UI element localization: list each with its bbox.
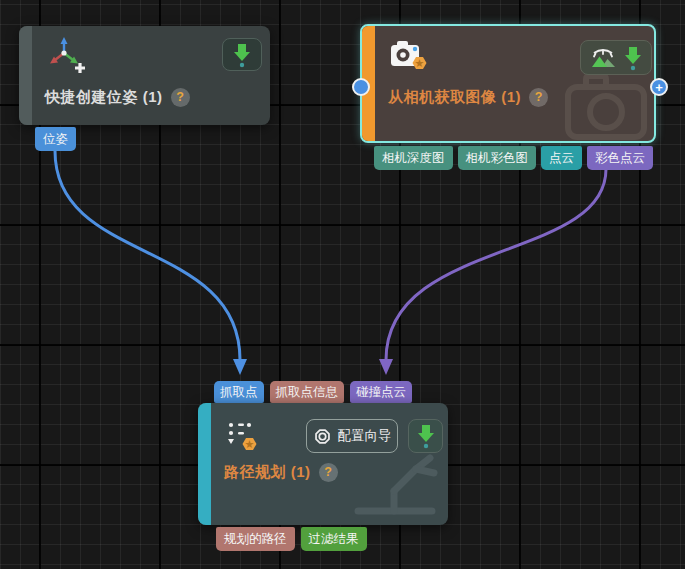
output-port-colored-point-cloud[interactable]: 彩色点云	[587, 146, 653, 170]
download-arrow-icon	[624, 45, 642, 71]
output-port-point-cloud[interactable]: 点云	[541, 146, 582, 170]
run-step-button[interactable]	[408, 419, 443, 453]
node-capture-from-camera[interactable]: ★ 从相机获取图像 (1) ?	[360, 24, 656, 143]
svg-text:★: ★	[415, 57, 425, 69]
path-points-icon: ★	[224, 417, 266, 459]
node-title: 快捷创建位姿 (1)	[45, 88, 163, 107]
output-port-color-map[interactable]: 相机彩色图	[458, 146, 537, 170]
edge-colored-cloud-to-collision-cloud[interactable]	[386, 169, 606, 360]
node-quick-create-pose[interactable]: 快捷创建位姿 (1) ?	[19, 26, 270, 125]
svg-text:★: ★	[245, 438, 255, 450]
input-port-grasp-point-info[interactable]: 抓取点信息	[270, 381, 345, 403]
output-port-filter-result[interactable]: 过滤结果	[301, 527, 367, 551]
edge-arrowhead	[379, 359, 393, 375]
node-path-planning[interactable]: ★ 配置向导 路径规划 (1) ?	[198, 403, 448, 525]
config-wizard-button[interactable]: 配置向导	[306, 419, 398, 453]
node-color-strip	[19, 26, 32, 125]
config-wizard-label: 配置向导	[338, 427, 392, 445]
help-badge[interactable]: ?	[529, 88, 548, 107]
pose-axes-icon	[46, 35, 86, 77]
help-badge[interactable]: ?	[171, 88, 190, 107]
camera-input-port[interactable]	[352, 78, 370, 96]
edge-arrowhead	[233, 359, 247, 375]
download-arrow-icon	[417, 423, 435, 449]
input-port-collision-point-cloud[interactable]: 碰撞点云	[350, 381, 412, 403]
download-arrow-icon	[233, 42, 251, 68]
image-preview-icon	[590, 46, 618, 69]
camera-watermark-icon	[562, 68, 650, 142]
node-color-strip	[198, 403, 211, 525]
help-badge[interactable]: ?	[319, 463, 338, 482]
output-port-depth-map[interactable]: 相机深度图	[374, 146, 453, 170]
node-title: 从相机获取图像 (1)	[388, 88, 521, 107]
node-graph-canvas[interactable]: 快捷创建位姿 (1) ? 位姿	[0, 0, 685, 569]
robot-arm-watermark-icon	[346, 449, 442, 517]
gear-icon	[313, 427, 332, 446]
node-title: 路径规划 (1)	[224, 463, 311, 482]
camera-star-icon: ★	[388, 36, 430, 78]
camera-add-output-port[interactable]: +	[650, 78, 668, 96]
run-step-button[interactable]	[222, 38, 262, 71]
input-port-grasp-point[interactable]: 抓取点	[214, 381, 264, 403]
output-port-planned-path[interactable]: 规划的路径	[216, 527, 295, 551]
output-port-pose[interactable]: 位姿	[35, 127, 76, 151]
preview-and-run-button[interactable]	[580, 40, 652, 75]
edge-pose-to-grasp-point[interactable]	[55, 151, 240, 360]
